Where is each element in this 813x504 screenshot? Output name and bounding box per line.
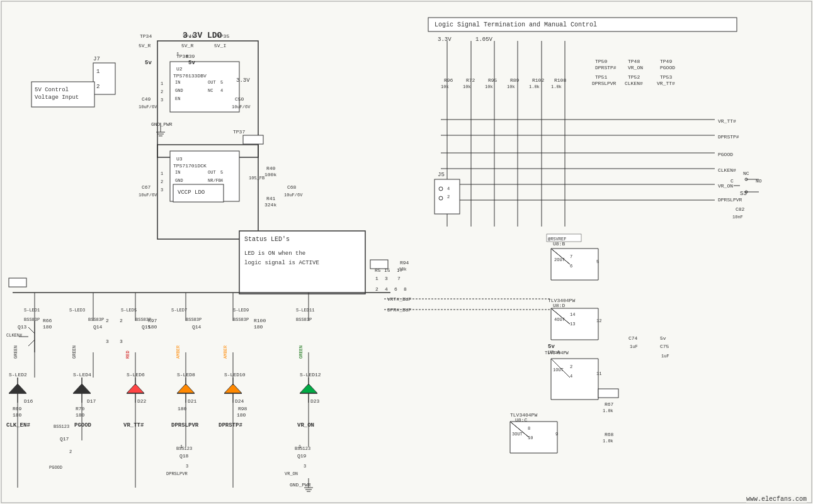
- svg-text:R95: R95: [488, 77, 497, 83]
- svg-rect-0: [0, 0, 813, 504]
- svg-text:CLKEN#: CLKEN#: [6, 333, 22, 338]
- svg-text:3: 3: [385, 276, 388, 281]
- svg-text:180: 180: [148, 324, 157, 330]
- svg-text:2: 2: [447, 194, 450, 199]
- svg-text:C49: C49: [142, 96, 151, 102]
- svg-text:TP52: TP52: [628, 74, 640, 80]
- svg-text:1.0k: 1.0k: [529, 84, 540, 89]
- svg-text:5v: 5v: [660, 335, 666, 341]
- svg-text:GND_PWR: GND_PWR: [151, 121, 173, 127]
- svg-text:Logic Signal Termination and M: Logic Signal Termination and Manual Cont…: [435, 21, 597, 28]
- svg-text:CLKEN#: CLKEN#: [625, 81, 643, 86]
- svg-text:180: 180: [237, 412, 246, 418]
- svg-marker-159: [551, 359, 598, 400]
- svg-text:R100: R100: [254, 318, 266, 323]
- svg-text:U3: U3: [176, 156, 183, 162]
- svg-text:NR/FB: NR/FB: [208, 178, 221, 183]
- svg-text:IN: IN: [175, 80, 180, 85]
- svg-text:6: 6: [570, 264, 572, 269]
- svg-text:U8:D: U8:D: [553, 303, 565, 308]
- svg-text:I7: I7: [397, 267, 403, 273]
- svg-text:I5: I5: [384, 267, 390, 273]
- svg-text:@R5VREF: @R5VREF: [548, 237, 566, 242]
- svg-text:4: 4: [220, 178, 223, 183]
- svg-text:3: 3: [186, 464, 188, 469]
- svg-text:DPRSTP#: DPRSTP#: [219, 422, 242, 428]
- svg-text:DPRSTP#: DPRSTP#: [595, 65, 617, 70]
- svg-text:C68: C68: [287, 184, 297, 190]
- svg-text:2: 2: [120, 318, 123, 323]
- svg-text:AMBER: AMBER: [223, 345, 228, 359]
- svg-text:R40: R40: [266, 165, 276, 171]
- svg-text:1.0k: 1.0k: [551, 84, 562, 89]
- svg-text:U8:C: U8:C: [515, 417, 527, 423]
- svg-text:3: 3: [106, 339, 109, 344]
- svg-text:12: 12: [596, 318, 601, 323]
- svg-text:NC: NC: [208, 88, 213, 93]
- svg-text:S-LED5: S-LED5: [121, 308, 137, 313]
- svg-text:R94: R94: [400, 260, 409, 266]
- svg-text:3: 3: [161, 98, 163, 103]
- svg-text:C67: C67: [142, 184, 151, 190]
- svg-text:GREEN: GREEN: [298, 345, 304, 359]
- svg-text:DPRSTP#: DPRSTP#: [718, 134, 739, 140]
- svg-text:TP53: TP53: [660, 74, 672, 80]
- svg-text:R98: R98: [238, 406, 247, 412]
- svg-text:logic signal is ACTIVE: logic signal is ACTIVE: [244, 260, 319, 266]
- svg-text:TP35: TP35: [217, 33, 229, 39]
- svg-text:Q13: Q13: [18, 324, 27, 330]
- svg-text:TPS76133DBV: TPS76133DBV: [173, 73, 207, 79]
- svg-text:10k: 10k: [507, 84, 515, 89]
- schematic-main: 3.3V LDO U2 TPS76133DBV 1 2 3 IN GND EN …: [0, 0, 813, 504]
- svg-text:10uF/6V: 10uF/6V: [284, 193, 303, 198]
- svg-text:3.3V: 3.3V: [438, 36, 452, 43]
- svg-text:VR_ON: VR_ON: [297, 422, 314, 428]
- svg-text:D16: D16: [24, 398, 33, 404]
- svg-text:BSS83P: BSS83P: [88, 317, 104, 322]
- svg-text:VR_ON: VR_ON: [628, 65, 643, 70]
- svg-text:1.05V: 1.05V: [475, 36, 493, 43]
- svg-text:TP50: TP50: [595, 59, 607, 64]
- svg-text:VR_TT#: VR_TT#: [718, 118, 736, 124]
- svg-text:2: 2: [161, 89, 163, 94]
- svg-text:DPRSLPVR: DPRSLPVR: [592, 81, 617, 86]
- svg-text:180: 180: [13, 412, 22, 418]
- svg-text:R69: R69: [13, 406, 22, 412]
- svg-text:10k: 10k: [441, 84, 449, 89]
- svg-text:TP49: TP49: [660, 59, 672, 64]
- svg-text:S-LED9: S-LED9: [233, 308, 249, 313]
- svg-text:D24: D24: [235, 398, 244, 404]
- svg-text:LED is ON when the: LED is ON when the: [244, 250, 305, 257]
- svg-text:TLV3404PW: TLV3404PW: [545, 350, 569, 356]
- svg-text:2: 2: [106, 318, 109, 323]
- svg-text:R96: R96: [444, 77, 453, 83]
- svg-text:TP48: TP48: [628, 59, 640, 64]
- svg-text:1: 1: [96, 69, 99, 75]
- svg-text:R41: R41: [266, 196, 276, 201]
- svg-text:R97: R97: [148, 318, 157, 323]
- svg-text:1: 1: [375, 276, 378, 281]
- svg-text:5V_R: 5V_R: [139, 43, 151, 48]
- svg-text:BSS123: BSS123: [295, 446, 310, 451]
- svg-text:10uF/6V: 10uF/6V: [232, 104, 251, 109]
- svg-text:7: 7: [570, 254, 572, 259]
- svg-text:S-LED4: S-LED4: [73, 372, 91, 378]
- svg-text:5: 5: [596, 259, 599, 264]
- svg-text:S-LED11: S-LED11: [296, 308, 314, 313]
- svg-text:8: 8: [528, 426, 530, 431]
- svg-text:180: 180: [178, 406, 187, 412]
- svg-text:AMBER: AMBER: [176, 345, 181, 359]
- svg-text:S-LED12: S-LED12: [300, 372, 321, 378]
- svg-marker-167: [510, 422, 557, 453]
- svg-text:Q17: Q17: [60, 436, 69, 442]
- svg-text:DPRSLPVR: DPRSLPVR: [171, 422, 199, 428]
- svg-text:VCCP LDO: VCCP LDO: [178, 189, 205, 196]
- svg-text:10uF/6V: 10uF/6V: [139, 104, 157, 109]
- svg-text:NC: NC: [743, 171, 749, 176]
- svg-text:TP34: TP34: [140, 33, 152, 39]
- svg-text:BSS83P: BSS83P: [296, 317, 312, 322]
- svg-text:OUT: OUT: [208, 80, 216, 85]
- svg-text:7: 7: [397, 276, 401, 281]
- svg-text:U2: U2: [176, 66, 183, 72]
- svg-text:1.0k: 1.0k: [603, 408, 613, 413]
